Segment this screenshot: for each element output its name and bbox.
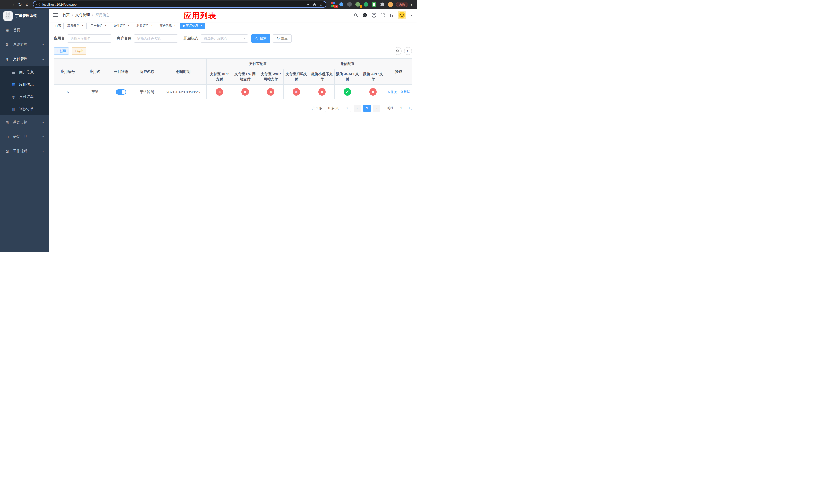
tab-merchant-info[interactable]: 商户信息 ×: [157, 23, 179, 29]
browser-profile-avatar[interactable]: [388, 2, 393, 7]
sidebar-item-merchant-info[interactable]: ▤ 商户信息: [0, 66, 49, 78]
col-app-id: 应用编号: [54, 59, 82, 85]
extension-adblock-icon[interactable]: 10: [331, 2, 336, 7]
enabled-toggle[interactable]: [116, 90, 126, 95]
app-name-label: 应用名: [54, 36, 65, 41]
browser-toolbar: ← → ↻ ⌂ i localhost:1024/pay/app ☆ 10 1: [0, 0, 417, 9]
goto-page-input[interactable]: [396, 105, 407, 112]
extension-blue-icon[interactable]: [339, 2, 344, 7]
browser-reload-button[interactable]: ↻: [16, 1, 24, 8]
server-icon: ⊞: [5, 120, 9, 125]
sidebar-item-label: 研发工具: [13, 135, 27, 139]
export-button[interactable]: ↓ 导出: [71, 47, 86, 54]
download-icon: ↓: [74, 49, 76, 53]
sidebar-item-app-info[interactable]: ▦ 应用信息: [0, 78, 49, 91]
browser-home-button[interactable]: ⌂: [24, 1, 31, 8]
status-select[interactable]: 请选择开启状态 ▼: [201, 35, 248, 43]
font-size-icon[interactable]: TT: [389, 13, 393, 18]
sidebar-item-system[interactable]: ⚙ 系统管理 ▾: [0, 38, 49, 52]
workflow-icon: ⊠: [5, 149, 9, 154]
help-icon[interactable]: ?: [372, 13, 376, 18]
url-text[interactable]: localhost:1024/pay/app: [42, 3, 303, 6]
trash-icon: [400, 90, 403, 93]
toggle-search-button[interactable]: [394, 47, 402, 55]
sidebar-item-refund-orders[interactable]: ▥ 退款订单: [0, 103, 49, 115]
browser-forward-button[interactable]: →: [9, 1, 16, 8]
sidebar-item-payment[interactable]: ¥ 支付管理 ▴: [0, 52, 49, 66]
fullscreen-icon[interactable]: [380, 13, 385, 18]
sidebar-item-label: 系统管理: [13, 42, 27, 47]
col-app-name: 应用名: [82, 59, 108, 85]
user-avatar[interactable]: [397, 11, 406, 20]
tab-app-info[interactable]: 应用信息 ×: [180, 23, 205, 29]
table-toolbar: + 新增 ↓ 导出 ↻: [54, 47, 412, 55]
reset-button[interactable]: ↻ 重置: [273, 35, 291, 43]
browser-menu-icon[interactable]: ⋮: [408, 2, 415, 7]
address-bar[interactable]: i localhost:1024/pay/app ☆: [33, 1, 327, 8]
edit-link[interactable]: ✎ 修改: [388, 90, 397, 94]
col-wechat-jsapi: 微信 JSAPI 支付: [335, 69, 360, 85]
tab-process-form[interactable]: 流程表单 ×: [65, 23, 87, 29]
merchant-name-input[interactable]: [134, 35, 178, 43]
browser-back-button[interactable]: ←: [2, 1, 9, 8]
page-annotation-title: 应用列表: [184, 10, 216, 21]
pagination: 共 1 条 10条/页 ▼ ‹ 1 › 前往 页: [54, 105, 412, 112]
breadcrumb-separator: /: [72, 13, 73, 17]
current-page-button[interactable]: 1: [364, 105, 371, 112]
bookmark-star-icon[interactable]: ☆: [320, 3, 323, 6]
top-navbar: 首页 / 支付管理 / 应用信息 应用列表 ? TT: [49, 9, 417, 22]
close-icon[interactable]: ×: [173, 24, 177, 28]
page-size-select[interactable]: 10条/页 ▼: [325, 105, 351, 112]
sidebar-item-label: 支付订单: [19, 95, 34, 99]
prev-page-button[interactable]: ‹: [354, 105, 361, 112]
select-caret-icon: ▼: [346, 107, 349, 110]
sidebar-item-infrastructure[interactable]: ⊞ 基础设施 ▾: [0, 115, 49, 130]
cell-app-id: 6: [54, 85, 82, 99]
close-icon[interactable]: ×: [81, 24, 84, 28]
extensions-puzzle-icon[interactable]: [380, 2, 385, 7]
site-info-icon[interactable]: i: [37, 3, 40, 6]
browser-update-button[interactable]: 更新: [396, 2, 408, 7]
delete-link[interactable]: 删除: [400, 90, 410, 94]
tab-refund-orders[interactable]: 退款订单 ×: [134, 23, 156, 29]
extension-badge-count: 10: [334, 5, 338, 8]
sidebar-item-label: 应用信息: [19, 82, 34, 87]
sidebar-item-home[interactable]: ◉ 首页: [0, 23, 49, 38]
github-icon[interactable]: [363, 13, 368, 18]
app-name-input[interactable]: [67, 35, 111, 43]
refresh-table-button[interactable]: ↻: [404, 47, 412, 55]
refresh-icon: ↻: [277, 37, 280, 40]
pagination-total: 共 1 条: [312, 106, 322, 111]
search-button[interactable]: 搜索: [251, 35, 270, 43]
extension-wechat-icon[interactable]: [364, 2, 369, 7]
password-key-icon[interactable]: [305, 2, 310, 6]
close-icon[interactable]: ×: [199, 24, 203, 28]
status-fail-icon: ×: [318, 88, 326, 96]
extension-strip: 10 1: [331, 2, 393, 7]
tab-user-group[interactable]: 用户分组 ×: [88, 23, 110, 29]
sidebar-item-dev-tools[interactable]: ⊟ 研发工具 ▾: [0, 130, 49, 144]
header-search-icon[interactable]: [354, 13, 358, 18]
extension-dark-icon[interactable]: [347, 2, 352, 7]
extension-green-note-icon[interactable]: [372, 2, 377, 7]
tab-pay-orders[interactable]: 支付订单 ×: [111, 23, 133, 29]
breadcrumb-payment[interactable]: 支付管理: [75, 13, 90, 18]
close-icon[interactable]: ×: [150, 24, 154, 28]
add-button[interactable]: + 新增: [54, 47, 69, 54]
close-icon[interactable]: ×: [104, 24, 107, 28]
tab-home[interactable]: 首页: [53, 23, 64, 29]
hamburger-icon[interactable]: [53, 12, 58, 18]
close-icon[interactable]: ×: [127, 24, 131, 28]
sidebar-item-workflow[interactable]: ⊠ 工作流程 ▾: [0, 144, 49, 158]
goto-label: 前往: [387, 106, 394, 111]
status-fail-icon: ×: [369, 88, 377, 96]
extension-avatar-icon[interactable]: 1: [355, 2, 360, 7]
col-alipay-pc: 支付宝 PC 网站支付: [232, 69, 258, 85]
next-page-button[interactable]: ›: [373, 105, 380, 112]
status-label: 开启状态: [184, 36, 198, 41]
avatar-caret-icon[interactable]: ▼: [410, 14, 413, 17]
share-icon[interactable]: [313, 3, 316, 6]
sidebar-item-pay-orders[interactable]: ◎ 支付订单: [0, 91, 49, 103]
select-caret-icon: ▼: [243, 37, 246, 40]
breadcrumb-home[interactable]: 首页: [63, 13, 70, 18]
